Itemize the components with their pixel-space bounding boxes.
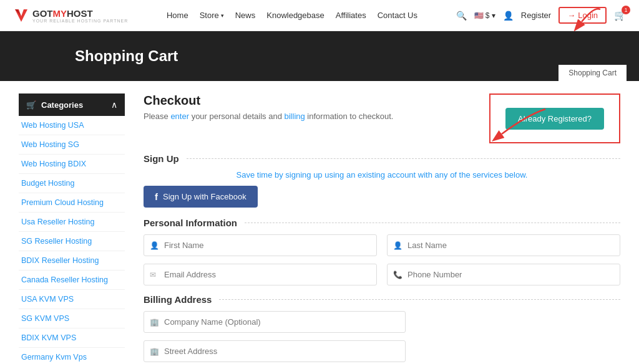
personal-info-header: Personal Information	[144, 218, 620, 228]
chevron-up-icon: ∧	[111, 100, 117, 110]
building-icon: 🏢	[150, 318, 159, 327]
main-nav: Home Store ▾ News Knowledgebase Affiliat…	[167, 11, 417, 20]
person-icon: 👤	[150, 241, 159, 250]
email-icon: ✉	[150, 271, 156, 279]
nav-contact[interactable]: Contact Us	[378, 11, 417, 20]
email-input[interactable]	[144, 264, 377, 285]
breadcrumb: Shopping Cart	[559, 65, 627, 81]
sidebar-item[interactable]: Budget Hosting	[19, 174, 125, 193]
billing-address-header: Billing Address	[144, 294, 620, 305]
nav-store[interactable]: Store ▾	[200, 11, 224, 20]
logo-my: MY	[53, 8, 67, 19]
contact-row: ✉ 📞	[144, 264, 620, 285]
already-registered-button[interactable]: Already Registered?	[505, 108, 604, 130]
logo-icon	[12, 7, 30, 24]
logo: GOTMYHOST YOUR RELIABLE HOSTING PARTNER	[12, 7, 128, 24]
first-name-input[interactable]	[144, 234, 377, 256]
sidebar: 🛒 Categories ∧ Web Hosting USA Web Hosti…	[0, 81, 125, 364]
street-wrap: 🏢	[144, 340, 406, 362]
content-area: Checkout Please enter your personal deta…	[125, 81, 639, 364]
login-button[interactable]: → Login	[559, 7, 607, 24]
phone-icon: 📞	[393, 271, 402, 279]
page-title: Shopping Cart	[75, 47, 178, 65]
company-row: 🏢	[144, 311, 620, 333]
map-icon: 🏢	[150, 347, 159, 356]
sign-up-title: Sign Up	[144, 153, 179, 164]
login-icon: →	[567, 11, 575, 20]
checkout-header: Checkout Please enter your personal deta…	[144, 93, 620, 143]
person-icon: 👤	[393, 241, 402, 250]
categories-label: Categories	[41, 100, 83, 110]
nav-affiliates[interactable]: Affiliates	[336, 11, 366, 20]
hero-bar: Shopping Cart Shopping Cart	[0, 31, 639, 81]
phone-input[interactable]	[387, 264, 620, 285]
sidebar-item[interactable]: BDIX KVM VPS	[19, 328, 125, 348]
flag-currency[interactable]: 🇺🇸 $ ▾	[474, 11, 495, 20]
cart-small-icon: 🛒	[26, 100, 36, 110]
page-wrapper: GOTMYHOST YOUR RELIABLE HOSTING PARTNER …	[0, 0, 639, 364]
last-name-input[interactable]	[387, 234, 620, 256]
nav-news[interactable]: News	[235, 11, 256, 20]
nav-right: 🔍 🇺🇸 $ ▾ 👤 Register → Login 🛒 1	[456, 7, 627, 24]
sign-up-section-header: Sign Up	[144, 153, 620, 164]
divider	[219, 299, 620, 300]
phone-wrap: 📞	[387, 264, 620, 285]
name-row: 👤 👤	[144, 234, 620, 256]
personal-info-title: Personal Information	[144, 218, 237, 228]
register-link[interactable]: Register	[521, 11, 551, 20]
already-registered-box: Already Registered?	[489, 93, 620, 143]
logo-got: GOT	[32, 8, 53, 19]
logo-text: GOTMYHOST YOUR RELIABLE HOSTING PARTNER	[32, 8, 128, 23]
divider	[245, 223, 620, 223]
sidebar-item[interactable]: Germany Kvm Vps	[19, 348, 125, 364]
first-name-wrap: 👤	[144, 234, 377, 256]
sidebar-item[interactable]: USA KVM VPS	[19, 290, 125, 309]
cart-badge: 1	[622, 6, 630, 14]
divider	[187, 158, 620, 159]
company-wrap: 🏢	[144, 311, 406, 333]
checkout-left: Checkout Please enter your personal deta…	[144, 93, 477, 121]
nav-knowledgebase[interactable]: Knowledgebase	[266, 11, 324, 20]
last-name-wrap: 👤	[387, 234, 620, 256]
logo-tagline: YOUR RELIABLE HOSTING PARTNER	[32, 19, 128, 23]
sidebar-item[interactable]: SG Reseller Hosting	[19, 232, 125, 251]
header: GOTMYHOST YOUR RELIABLE HOSTING PARTNER …	[0, 0, 639, 31]
user-icon[interactable]: 👤	[503, 11, 514, 21]
sidebar-item[interactable]: BDIX Reseller Hosting	[19, 251, 125, 271]
sidebar-item[interactable]: SG KVM VPS	[19, 309, 125, 328]
search-icon[interactable]: 🔍	[456, 11, 467, 21]
nav-home[interactable]: Home	[167, 11, 188, 20]
street-input[interactable]	[144, 340, 406, 362]
main-content: 🛒 Categories ∧ Web Hosting USA Web Hosti…	[0, 81, 639, 364]
cart-icon-wrap[interactable]: 🛒 1	[614, 9, 627, 21]
sidebar-item[interactable]: Web Hosting BDIX	[19, 155, 125, 174]
sidebar-item[interactable]: Web Hosting USA	[19, 116, 125, 135]
logo-host: HOST	[67, 8, 93, 19]
sign-up-description: Save time by signing up using an existin…	[144, 170, 620, 180]
sidebar-item[interactable]: Usa Reseller Hosting	[19, 213, 125, 232]
facebook-signup-button[interactable]: f Sign Up with Facebook	[144, 186, 258, 208]
sidebar-categories-header[interactable]: 🛒 Categories ∧	[19, 93, 125, 116]
street-row: 🏢	[144, 340, 620, 362]
checkout-title: Checkout	[144, 93, 477, 108]
checkout-description: Please enter your personal details and b…	[144, 112, 477, 121]
sidebar-item[interactable]: Canada Reseller Hosting	[19, 271, 125, 290]
sidebar-item[interactable]: Web Hosting SG	[19, 135, 125, 155]
company-input[interactable]	[144, 311, 406, 333]
facebook-icon: f	[155, 191, 158, 202]
sidebar-item[interactable]: Premium Cloud Hosting	[19, 193, 125, 213]
billing-title: Billing Address	[144, 294, 212, 305]
email-wrap: ✉	[144, 264, 377, 285]
